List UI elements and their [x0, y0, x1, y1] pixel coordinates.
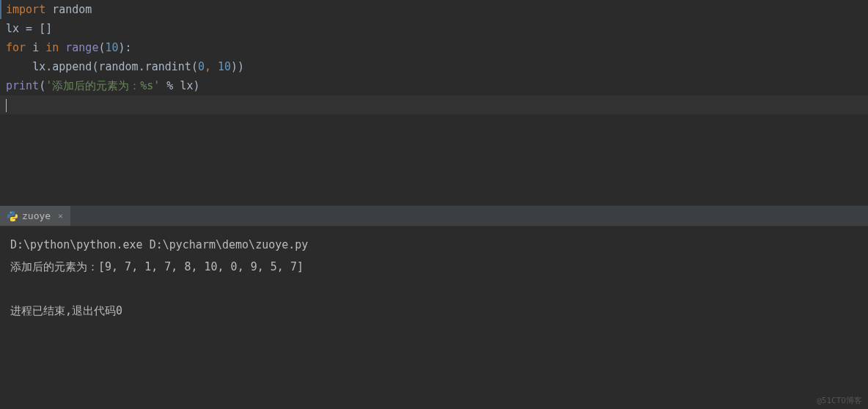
close-icon[interactable]: ✕: [58, 211, 63, 221]
code-content: print('添加后的元素为：%s' % lx): [4, 76, 200, 95]
svg-point-0: [10, 212, 11, 213]
code-line-3[interactable]: for i in range(10):: [0, 38, 868, 57]
run-tab-label: zuoye: [22, 210, 51, 221]
text-cursor: [6, 99, 7, 112]
code-line-1[interactable]: import random: [0, 0, 868, 19]
code-content: for i in range(10):: [4, 38, 132, 57]
gutter-change-marker: [0, 38, 1, 57]
run-tool-window: zuoye ✕ D:\python\python.exe D:\pycharm\…: [0, 205, 868, 329]
console-line-command: D:\python\python.exe D:\pycharm\demo\zuo…: [10, 234, 858, 256]
gutter-change-marker: [0, 76, 1, 95]
console-line-exit: 进程已结束,退出代码0: [10, 300, 858, 322]
run-tab-zuoye[interactable]: zuoye ✕: [0, 206, 70, 226]
code-editor[interactable]: import random lx = [] for i in range(10)…: [0, 0, 868, 205]
run-tab-bar: zuoye ✕: [0, 206, 868, 226]
console-line-blank: [10, 278, 858, 300]
code-content: lx = []: [4, 19, 52, 38]
code-line-6-cursor[interactable]: [0, 95, 868, 114]
watermark: @51CTO博客: [817, 395, 862, 406]
gutter-change-marker: [0, 0, 1, 19]
gutter-change-marker: [0, 95, 1, 114]
console-output[interactable]: D:\python\python.exe D:\pycharm\demo\zuo…: [0, 226, 868, 329]
code-line-2[interactable]: lx = []: [0, 19, 868, 38]
code-content: [4, 95, 7, 114]
gutter-change-marker: [0, 19, 1, 38]
code-line-4[interactable]: lx.append(random.randint(0, 10)): [0, 57, 868, 76]
console-line-output: 添加后的元素为：[9, 7, 1, 7, 8, 10, 0, 9, 5, 7]: [10, 256, 858, 278]
python-icon: [7, 211, 18, 221]
code-line-5[interactable]: print('添加后的元素为：%s' % lx): [0, 76, 868, 95]
svg-point-1: [14, 219, 15, 220]
gutter-change-marker: [0, 57, 1, 76]
code-content: import random: [4, 0, 92, 19]
code-content: lx.append(random.randint(0, 10)): [4, 57, 244, 76]
